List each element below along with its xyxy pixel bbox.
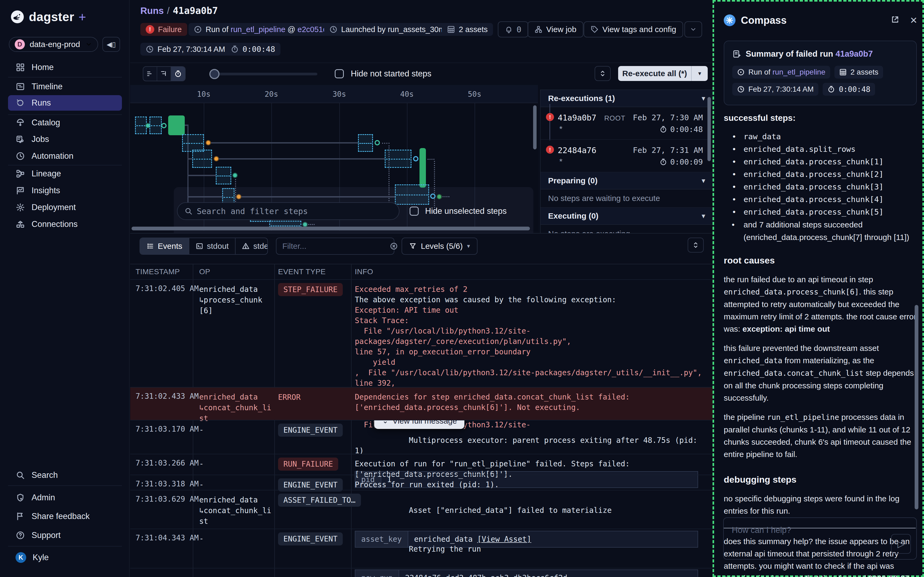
failure-icon: ! — [146, 25, 154, 34]
sidebar-item-user[interactable]: K Kyle — [8, 551, 122, 564]
gantt-view-mode-switcher — [143, 66, 185, 81]
more-actions-button[interactable] — [684, 21, 702, 37]
sidebar-item-support[interactable]: Support — [8, 529, 122, 542]
assets-tag[interactable]: 2 assets — [834, 66, 883, 79]
tab-stderr[interactable]: stderr — [235, 238, 268, 254]
log-row[interactable]: 7:31:03.629 AM enriched_data ↳concat_chu… — [130, 490, 713, 529]
reexecute-all-button[interactable]: Re-execute all (*) ▾ — [618, 66, 708, 81]
sidebar-item-home[interactable]: Home — [8, 60, 122, 74]
job-graph-icon — [534, 26, 542, 34]
event-type-badge: ASSET_FAILED_TO… — [278, 493, 361, 507]
sidebar-item-jobs[interactable]: Jobs — [8, 132, 122, 146]
sidebar-item-connections[interactable]: Connections — [8, 217, 122, 231]
debugging-steps-heading: debugging steps — [724, 473, 919, 485]
log-row[interactable]: 7:31:04.343 AM - ENGINE_EVENT Retrying t… — [130, 529, 713, 568]
compass-summary-card: Summary of failed run 41a9a0b7 Run of ru… — [724, 40, 917, 105]
log-row[interactable]: 7:31:03.170 AM - ENGINE_EVENT Multiproce… — [130, 420, 713, 454]
sidebar-item-insights[interactable]: Insights — [8, 184, 122, 198]
gantt-box[interactable] — [358, 134, 373, 152]
list-item: enriched_data.process_chunk[1] — [741, 156, 919, 168]
panel-scrollbar[interactable] — [708, 97, 711, 161]
tab-stdout[interactable]: stdout — [189, 238, 236, 254]
deployment-switcher[interactable]: D data-eng-prod — [9, 37, 98, 52]
reexecution-run-row[interactable]: ! 41a9a0b7 ROOT Feb 27, 7:30 AM * 0:00:4… — [540, 107, 713, 140]
sidebar-item-deployment[interactable]: Deployment — [8, 200, 122, 214]
alerts-bell-button[interactable]: 0 — [498, 21, 528, 37]
gantt-box[interactable] — [150, 116, 162, 134]
log-row[interactable]: 7:31:02.405 AM enriched_data ↳process_ch… — [130, 279, 713, 387]
assets-tag[interactable]: 2 assets — [442, 23, 493, 36]
reexecute-dropdown-toggle[interactable]: ▾ — [691, 66, 708, 81]
run-id[interactable]: 41a9a0b7 — [558, 113, 597, 122]
sidebar-item-lineage[interactable]: Lineage — [8, 167, 122, 181]
run-of-tag[interactable]: Run of run_etl_pipeline @ e2c051db — [189, 23, 337, 36]
log-row[interactable]: 7:31:03.266 AM - RUN_FAILURE Execution o… — [130, 454, 713, 475]
view-job-button[interactable]: View job — [527, 21, 584, 37]
sidebar-collapse-button[interactable]: ◀▯ — [102, 37, 120, 52]
gantt-box[interactable] — [385, 150, 411, 168]
zoom-slider-track[interactable] — [214, 73, 318, 75]
gantt-green[interactable] — [168, 116, 185, 135]
deployment-avatar: D — [15, 39, 25, 50]
log-timestamp: 7:31:03.318 AM — [135, 479, 198, 488]
clear-filter-icon[interactable] — [390, 242, 398, 250]
levels-filter-button[interactable]: Levels (5/6) ▾ — [402, 238, 477, 255]
gantt-box[interactable] — [216, 167, 231, 184]
summary-title: Summary of failed run 41a9a0b7 — [732, 49, 908, 59]
run-failed-icon: ! — [546, 146, 554, 154]
view-waterfall-icon-button[interactable] — [157, 67, 171, 81]
run-of-tag[interactable]: Run of run_etl_pipeline — [732, 66, 830, 79]
gantt-green[interactable] — [419, 148, 426, 188]
launched-by-tag[interactable]: Launched by run_assets_30min — [324, 23, 456, 36]
view-flat-icon-button[interactable] — [143, 67, 157, 81]
log-sort-button[interactable] — [688, 238, 704, 253]
log-row[interactable]: 7:31:03.318 AM - ENGINE_EVENT Process fo… — [130, 475, 713, 490]
hide-unselected-checkbox[interactable] — [410, 206, 419, 216]
list-item: and 7 additional steps succeeded (enrich… — [741, 218, 919, 243]
sidebar: dagster + D data-eng-prod ◀▯ Home Timeli… — [0, 0, 130, 577]
preparing-section-header[interactable]: Preparing (0) ▾ — [540, 172, 713, 190]
sidebar-item-catalog[interactable]: Catalog — [8, 116, 122, 130]
dagster-logo: dagster + — [10, 9, 86, 24]
step-search-input[interactable] — [197, 206, 392, 216]
sidebar-item-timeline[interactable]: Timeline — [8, 80, 122, 93]
close-icon[interactable]: ✕ — [910, 15, 918, 26]
sidebar-item-automation[interactable]: Automation — [8, 149, 122, 163]
jobs-icon — [16, 134, 25, 144]
run-date-tag: Feb 27, 7:30:14 AM — [140, 43, 231, 56]
sidebar-item-search[interactable]: Search — [8, 468, 122, 482]
zoom-slider-handle[interactable] — [210, 69, 219, 79]
sidebar-item-admin[interactable]: Admin — [8, 491, 122, 504]
event-type-badge: ENGINE_EVENT — [278, 479, 343, 492]
date-tag: Feb 27, 7:30:14 AM — [732, 83, 818, 96]
runs-icon — [16, 98, 25, 108]
hide-not-started-checkbox[interactable] — [335, 69, 344, 78]
reexecution-run-row[interactable]: ! 22484a76 Feb 27, 7:31 AM * 0:00:09 — [540, 140, 713, 172]
assets-grid-icon — [839, 68, 847, 76]
run-duration: 0:00:48 — [660, 125, 703, 134]
sidebar-item-label: Lineage — [32, 169, 61, 179]
view-job-label: View job — [546, 25, 576, 34]
sidebar-item-runs[interactable]: Runs — [8, 95, 122, 111]
tab-events[interactable]: Events — [140, 238, 189, 254]
breadcrumb-runs-link[interactable]: Runs — [140, 5, 164, 16]
expand-panel-button[interactable] — [595, 66, 611, 81]
gantt-box[interactable] — [182, 134, 204, 152]
sidebar-item-share-feedback[interactable]: Share feedback — [8, 509, 122, 523]
gantt-vertical-scrollbar[interactable] — [533, 105, 537, 149]
compass-scrollbar[interactable] — [914, 305, 918, 509]
log-timestamp: 7:31:02.433 AM — [135, 392, 198, 401]
view-timed-icon-button[interactable] — [171, 67, 185, 81]
log-row-error[interactable]: 7:31:02.433 AM enriched_data ↳concat_chu… — [130, 387, 713, 420]
gantt-horizontal-scrollbar[interactable] — [132, 227, 530, 230]
compass-chat-input[interactable]: How can I help? ▷ — [723, 517, 917, 559]
send-button[interactable]: ▷ — [891, 534, 911, 554]
gantt-box[interactable] — [192, 150, 212, 168]
view-tags-config-button[interactable]: View tags and config — [584, 21, 683, 37]
log-filter-input[interactable] — [282, 242, 385, 251]
executing-section-header[interactable]: Executing (0) ▾ — [540, 208, 713, 225]
run-id[interactable]: 22484a76 — [558, 146, 597, 155]
gantt-dot — [214, 156, 219, 161]
open-external-icon[interactable] — [890, 15, 900, 25]
reexecutions-section-header[interactable]: Re-executions (1) ▾ — [540, 90, 713, 107]
